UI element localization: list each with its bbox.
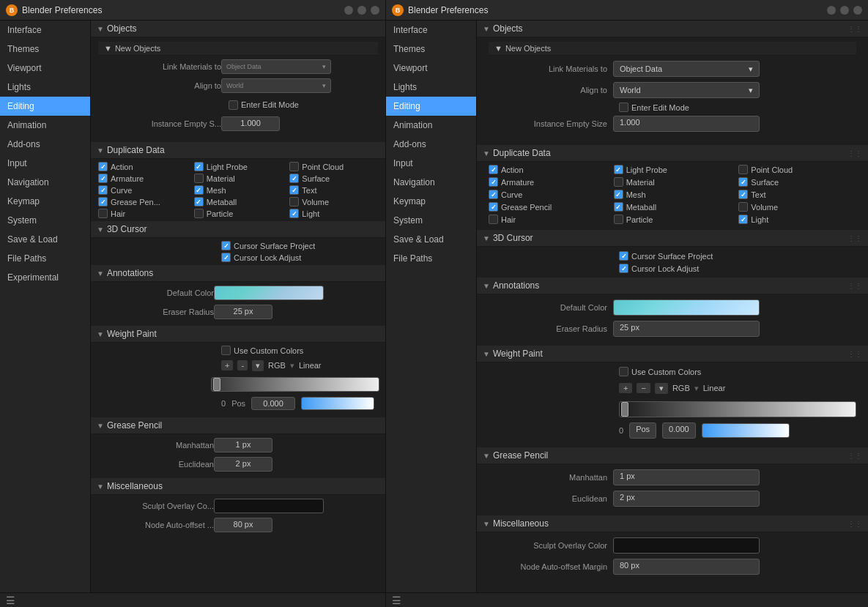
left-annot-header[interactable]: ▼ Annotations: [91, 265, 385, 282]
left-wp-plus-btn[interactable]: +: [221, 360, 233, 370]
sidebar-item-keymap[interactable]: Keymap: [0, 192, 90, 211]
left-instance-value[interactable]: 1.000: [221, 116, 280, 131]
right-wp-plus-btn[interactable]: +: [619, 383, 632, 393]
sidebar-item-input[interactable]: Input: [0, 154, 90, 173]
right-sidebar-viewport[interactable]: Viewport: [386, 59, 476, 78]
right-dup-header[interactable]: ▼ Duplicate Data ⋮⋮: [477, 145, 868, 162]
right-sidebar-interface[interactable]: Interface: [386, 21, 476, 40]
right-misc-header[interactable]: ▼ Miscellaneous ⋮⋮: [477, 515, 868, 532]
right-dup-action-cb[interactable]: [489, 165, 498, 174]
right-align-to-dropdown[interactable]: World ▾: [613, 82, 760, 98]
sidebar-item-viewport[interactable]: Viewport: [0, 59, 90, 78]
sidebar-item-addons[interactable]: Add-ons: [0, 135, 90, 154]
right-wp-dropdown-btn[interactable]: ▾: [655, 383, 668, 394]
sidebar-item-system[interactable]: System: [0, 211, 90, 230]
left-eraser-value[interactable]: 25 px: [214, 305, 272, 319]
left-dup-text-cb[interactable]: [289, 185, 299, 195]
left-dup-header[interactable]: ▼ Duplicate Data: [91, 142, 385, 159]
sidebar-item-navigation[interactable]: Navigation: [0, 173, 90, 192]
left-dup-particle-cb[interactable]: [194, 209, 204, 218]
right-cursor-header[interactable]: ▼ 3D Cursor ⋮⋮: [477, 230, 868, 247]
right-dup-curve-cb[interactable]: [489, 190, 498, 199]
sidebar-item-file-paths[interactable]: File Paths: [0, 249, 90, 268]
right-dup-material-cb[interactable]: [614, 177, 623, 187]
left-dup-curve-cb[interactable]: [98, 185, 108, 195]
left-dup-volume-cb[interactable]: [289, 197, 299, 206]
left-dup-metaball-cb[interactable]: [194, 197, 204, 206]
left-cursor-surface-cb[interactable]: [221, 241, 231, 250]
right-dup-light-cb[interactable]: [738, 215, 748, 224]
left-dup-action-cb[interactable]: [98, 162, 108, 171]
left-dup-grease-pen-cb[interactable]: [98, 197, 108, 206]
left-align-to-dropdown[interactable]: World ▾: [221, 78, 331, 93]
right-dup-metaball-cb[interactable]: [614, 202, 623, 212]
left-euclidean-value[interactable]: 2 px: [214, 457, 272, 472]
left-dup-light-cb[interactable]: [289, 209, 299, 218]
left-sculpt-color-bar[interactable]: [214, 499, 324, 513]
right-euclidean-value[interactable]: 2 px: [613, 491, 760, 507]
left-max-btn[interactable]: [357, 6, 366, 15]
left-default-color-bar[interactable]: [214, 286, 324, 300]
left-manhattan-value[interactable]: 1 px: [214, 438, 272, 453]
right-wp-pos-value[interactable]: 0.000: [662, 422, 696, 439]
right-default-color-bar[interactable]: [613, 299, 760, 316]
left-wp-pos-value[interactable]: 0.000: [251, 397, 295, 410]
right-dup-mesh-cb[interactable]: [614, 190, 623, 199]
left-dup-armature-cb[interactable]: [98, 174, 108, 183]
right-dup-armature-cb[interactable]: [489, 177, 498, 187]
left-cursor-header[interactable]: ▼ 3D Cursor: [91, 221, 385, 238]
right-dup-surface-cb[interactable]: [738, 177, 748, 187]
sidebar-item-themes[interactable]: Themes: [0, 40, 90, 59]
left-wp-header[interactable]: ▼ Weight Paint: [91, 326, 385, 343]
left-dup-light-probe-cb[interactable]: [194, 162, 204, 171]
left-wp-custom-cb[interactable]: [221, 346, 231, 355]
right-dup-light-probe-cb[interactable]: [614, 165, 623, 174]
right-dup-particle-cb[interactable]: [614, 215, 623, 224]
left-hamburger-icon[interactable]: ☰: [6, 595, 15, 606]
right-max-btn[interactable]: [840, 6, 849, 15]
sidebar-item-editing[interactable]: Editing: [0, 97, 90, 116]
left-link-materials-dropdown[interactable]: Object Data ▾: [221, 59, 331, 74]
right-sidebar-navigation[interactable]: Navigation: [386, 173, 476, 192]
left-objects-header[interactable]: ▼ Objects: [91, 21, 385, 37]
right-sidebar-file-paths[interactable]: File Paths: [386, 249, 476, 268]
left-wp-gradient-handle[interactable]: [213, 378, 220, 391]
left-misc-header[interactable]: ▼ Miscellaneous: [91, 478, 385, 495]
right-sculpt-color-bar[interactable]: [613, 537, 760, 554]
sidebar-item-lights[interactable]: Lights: [0, 78, 90, 97]
left-dup-material-cb[interactable]: [194, 174, 204, 183]
right-new-objects-header[interactable]: ▼ New Objects: [489, 42, 856, 56]
left-cursor-lock-cb[interactable]: [221, 253, 231, 262]
right-manhattan-value[interactable]: 1 px: [613, 469, 760, 485]
right-node-value[interactable]: 80 px: [613, 559, 760, 575]
right-sidebar-animation[interactable]: Animation: [386, 116, 476, 135]
left-node-value[interactable]: 80 px: [214, 518, 272, 532]
right-sidebar-editing[interactable]: Editing: [386, 97, 476, 116]
right-cursor-surface-cb[interactable]: [619, 251, 628, 261]
right-dup-volume-cb[interactable]: [738, 202, 748, 212]
sidebar-item-animation[interactable]: Animation: [0, 116, 90, 135]
right-wp-minus-btn[interactable]: −: [637, 383, 650, 393]
right-sidebar-keymap[interactable]: Keymap: [386, 192, 476, 211]
left-wp-minus-btn[interactable]: -: [237, 360, 248, 370]
right-dup-text-cb[interactable]: [738, 190, 748, 199]
right-objects-header[interactable]: ▼ Objects ⋮⋮: [477, 21, 868, 37]
left-min-btn[interactable]: [344, 6, 353, 15]
left-dup-mesh-cb[interactable]: [194, 185, 204, 195]
left-new-objects-header[interactable]: ▼ New Objects: [98, 42, 378, 56]
sidebar-item-save-load[interactable]: Save & Load: [0, 230, 90, 249]
left-wp-dropdown-btn[interactable]: ▾: [252, 360, 264, 371]
right-wp-custom-cb[interactable]: [619, 367, 628, 376]
right-close-btn[interactable]: [853, 6, 862, 15]
right-sidebar-save-load[interactable]: Save & Load: [386, 230, 476, 249]
right-eraser-value[interactable]: 25 px: [613, 321, 760, 337]
left-close-btn[interactable]: [371, 6, 379, 15]
right-sidebar-system[interactable]: System: [386, 211, 476, 230]
sidebar-item-interface[interactable]: Interface: [0, 21, 90, 40]
right-instance-value[interactable]: 1.000: [613, 116, 760, 132]
right-sidebar-input[interactable]: Input: [386, 154, 476, 173]
left-dup-surface-cb[interactable]: [289, 174, 299, 183]
right-hamburger-icon[interactable]: ☰: [392, 595, 401, 606]
right-min-btn[interactable]: [827, 6, 836, 15]
right-dup-hair-cb[interactable]: [489, 215, 498, 224]
